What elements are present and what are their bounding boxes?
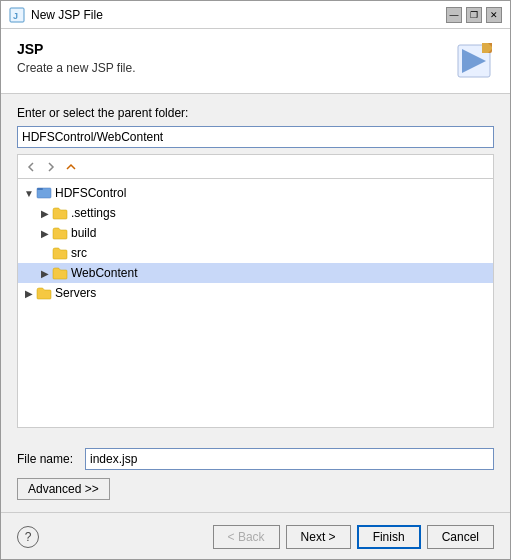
project-icon (36, 185, 52, 201)
file-name-label: File name: (17, 452, 85, 466)
minimize-button[interactable]: — (446, 7, 462, 23)
folder-input[interactable] (17, 126, 494, 148)
new-jsp-dialog: J New JSP File — ❐ ✕ JSP Create a new JS… (0, 0, 511, 560)
toggle-webcontent[interactable]: ▶ (38, 268, 52, 279)
cancel-button[interactable]: Cancel (427, 525, 494, 549)
back-button[interactable]: < Back (213, 525, 280, 549)
jsp-logo-icon (454, 41, 494, 81)
folder-src-icon (52, 245, 68, 261)
nav-up-button[interactable] (62, 158, 80, 176)
finish-button[interactable]: Finish (357, 525, 421, 549)
titlebar: J New JSP File — ❐ ✕ (1, 1, 510, 29)
folder-tree[interactable]: ▼ HDFSControl ▶ .settings (17, 178, 494, 428)
header-title: JSP (17, 41, 136, 57)
folder-settings-icon (52, 205, 68, 221)
titlebar-controls: — ❐ ✕ (446, 7, 502, 23)
tree-label-hdfscontrol: HDFSControl (55, 186, 126, 200)
restore-button[interactable]: ❐ (466, 7, 482, 23)
toggle-settings[interactable]: ▶ (38, 208, 52, 219)
file-name-row: File name: (17, 448, 494, 470)
tree-label-build: build (71, 226, 96, 240)
header-section: JSP Create a new JSP file. (1, 29, 510, 94)
help-button[interactable]: ? (17, 526, 39, 548)
next-button[interactable]: Next > (286, 525, 351, 549)
tree-item-src[interactable]: ▶ src (18, 243, 493, 263)
toggle-servers[interactable]: ▶ (22, 288, 36, 299)
nav-forward-button[interactable] (42, 158, 60, 176)
bottom-section: File name: Advanced >> (1, 440, 510, 512)
folder-build-icon (52, 225, 68, 241)
file-name-input[interactable] (85, 448, 494, 470)
tree-navbar (17, 154, 494, 178)
window-icon: J (9, 7, 25, 23)
advanced-button[interactable]: Advanced >> (17, 478, 110, 500)
tree-item-settings[interactable]: ▶ .settings (18, 203, 493, 223)
svg-text:J: J (13, 11, 18, 21)
toggle-hdfscontrol[interactable]: ▼ (22, 188, 36, 199)
folder-label: Enter or select the parent folder: (17, 106, 494, 120)
titlebar-title: New JSP File (31, 8, 103, 22)
button-row: ? < Back Next > Finish Cancel (1, 521, 510, 559)
tree-item-build[interactable]: ▶ build (18, 223, 493, 243)
folder-servers-icon (36, 285, 52, 301)
separator (1, 512, 510, 513)
tree-label-settings: .settings (71, 206, 116, 220)
tree-item-servers[interactable]: ▶ Servers (18, 283, 493, 303)
tree-item-hdfscontrol[interactable]: ▼ HDFSControl (18, 183, 493, 203)
main-content: Enter or select the parent folder: ▼ (1, 94, 510, 440)
tree-label-src: src (71, 246, 87, 260)
tree-label-servers: Servers (55, 286, 96, 300)
tree-label-webcontent: WebContent (71, 266, 138, 280)
tree-item-webcontent[interactable]: ▶ WebContent (18, 263, 493, 283)
titlebar-left: J New JSP File (9, 7, 103, 23)
close-button[interactable]: ✕ (486, 7, 502, 23)
nav-back-button[interactable] (22, 158, 40, 176)
svg-rect-8 (37, 188, 43, 190)
toggle-build[interactable]: ▶ (38, 228, 52, 239)
header-subtitle: Create a new JSP file. (17, 61, 136, 75)
folder-webcontent-icon (52, 265, 68, 281)
header-text: JSP Create a new JSP file. (17, 41, 136, 75)
